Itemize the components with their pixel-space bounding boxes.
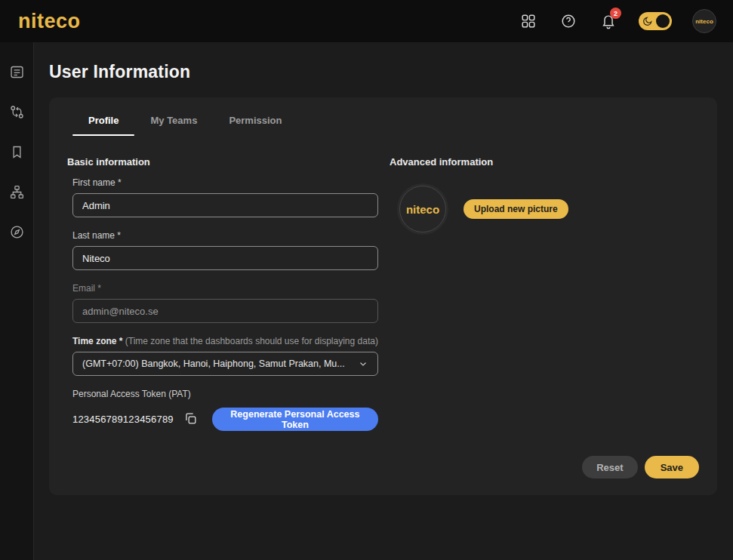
timezone-label-note: (Time zone that the dashboards should us…	[125, 336, 378, 346]
bookmark-icon[interactable]	[8, 144, 25, 161]
timezone-label: Time zone * (Time zone that the dashboar…	[72, 336, 378, 346]
copy-icon[interactable]	[183, 411, 198, 428]
niteco-logo: niteco	[18, 10, 81, 33]
card-columns: Basic information First name * Last name…	[67, 156, 699, 456]
sitemap-icon[interactable]	[8, 184, 25, 201]
timezone-label-text: Time zone *	[72, 336, 122, 346]
email-group: Email *	[72, 283, 378, 323]
notification-badge: 2	[610, 8, 621, 19]
help-icon[interactable]	[559, 11, 578, 31]
dark-mode-toggle[interactable]	[639, 12, 672, 30]
save-button[interactable]: Save	[645, 456, 699, 478]
timezone-group: Time zone * (Time zone that the dashboar…	[72, 336, 378, 376]
advanced-info-section: Advanced information niteco Upload new p…	[390, 156, 699, 456]
page-title: User Information	[49, 62, 717, 82]
profile-picture-row: niteco Upload new picture	[390, 186, 699, 232]
tab-profile[interactable]: Profile	[88, 114, 119, 128]
basic-info-heading: Basic information	[67, 156, 378, 168]
toggle-knob	[656, 14, 670, 28]
last-name-field[interactable]	[72, 246, 378, 270]
document-icon[interactable]	[8, 64, 25, 81]
top-header: niteco	[0, 0, 733, 42]
moon-icon	[642, 15, 654, 27]
header-actions: 2 niteco	[519, 9, 716, 33]
first-name-field[interactable]	[72, 193, 378, 217]
pat-token-value: 123456789123456789	[72, 414, 174, 425]
email-field[interactable]	[72, 299, 378, 323]
last-name-group: Last name *	[72, 230, 378, 270]
git-compare-icon[interactable]	[8, 104, 25, 121]
first-name-group: First name *	[72, 177, 378, 217]
chevron-down-icon	[358, 358, 368, 369]
last-name-label: Last name *	[72, 230, 378, 241]
user-info-card: Profile My Teams Permission Basic inform…	[49, 97, 717, 495]
profile-picture: niteco	[399, 186, 446, 232]
pat-group: Personal Access Token (PAT) 123456789123…	[72, 389, 378, 431]
explore-icon[interactable]	[8, 224, 25, 241]
user-avatar-label: niteco	[695, 18, 713, 25]
basic-info-section: Basic information First name * Last name…	[67, 156, 378, 456]
pat-row: 123456789123456789 Regenerate Personal A…	[72, 408, 378, 431]
user-avatar[interactable]: niteco	[692, 9, 716, 33]
tab-bar: Profile My Teams Permission	[67, 114, 699, 128]
basic-info-form: First name * Last name * Email *	[67, 177, 378, 431]
profile-picture-label: niteco	[406, 203, 439, 216]
tab-my-teams[interactable]: My Teams	[150, 114, 197, 128]
notifications-bell-icon[interactable]: 2	[599, 11, 618, 31]
upload-picture-button[interactable]: Upload new picture	[464, 199, 568, 219]
email-label: Email *	[72, 283, 378, 294]
pat-label: Personal Access Token (PAT)	[72, 389, 378, 399]
apps-grid-icon[interactable]	[519, 11, 538, 31]
timezone-select[interactable]: (GMT+07:00) Bangkok, Hanoi, Haiphong, Sa…	[72, 352, 378, 376]
tab-permission[interactable]: Permission	[229, 114, 282, 128]
regenerate-pat-button[interactable]: Regenerate Personal Access Token	[212, 408, 378, 431]
first-name-label: First name *	[72, 177, 378, 188]
card-actions: Reset Save	[67, 456, 699, 483]
advanced-info-heading: Advanced information	[390, 156, 699, 168]
timezone-selected-value: (GMT+07:00) Bangkok, Hanoi, Haiphong, Sa…	[82, 358, 345, 369]
main-content: User Information Profile My Teams Permis…	[34, 42, 733, 560]
sidebar	[0, 42, 34, 560]
reset-button[interactable]: Reset	[582, 456, 637, 478]
